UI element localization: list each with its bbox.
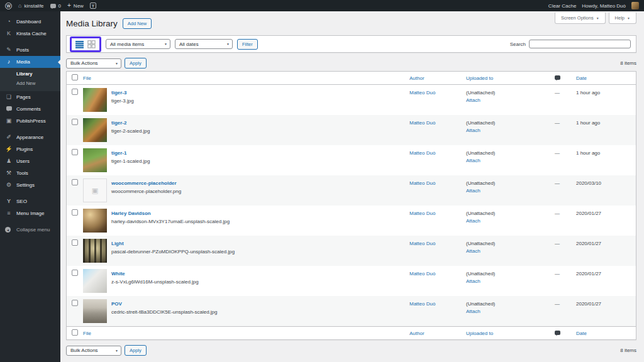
media-thumbnail[interactable] xyxy=(83,148,107,172)
media-title-link[interactable]: tiger-1 xyxy=(111,150,150,156)
filter-button[interactable]: Filter xyxy=(237,39,258,50)
clear-cache-button[interactable]: Clear Cache xyxy=(548,3,576,9)
media-title-link[interactable]: Light xyxy=(111,241,235,246)
collapse-menu-button[interactable]: ◂ Collapse menu xyxy=(0,224,60,236)
author-link[interactable]: Matteo Duò xyxy=(409,120,435,126)
sidebar-item-users[interactable]: ♟ Users xyxy=(0,155,60,167)
row-checkbox[interactable] xyxy=(72,209,78,216)
attach-link[interactable]: Attach xyxy=(466,128,548,133)
comments-menu-item[interactable]: 0 xyxy=(50,3,61,9)
author-link[interactable]: Matteo Duò xyxy=(409,301,435,307)
bulk-actions-dropdown[interactable]: Bulk Actions ▼ xyxy=(66,346,121,356)
media-thumbnail[interactable] xyxy=(83,118,107,142)
column-header-uploaded-to[interactable]: Uploaded to xyxy=(466,75,493,81)
sidebar-item-posts[interactable]: ✎ Posts xyxy=(0,44,60,56)
collapse-menu-label: Collapse menu xyxy=(16,227,50,233)
attach-link[interactable]: Attach xyxy=(466,97,548,103)
grid-view-button[interactable] xyxy=(87,40,96,48)
author-link[interactable]: Matteo Duò xyxy=(409,211,435,216)
media-title-link[interactable]: woocommerce-placeholder xyxy=(111,180,181,186)
tools-icon: ⚒ xyxy=(5,170,13,176)
bulk-actions-value: Bulk Actions xyxy=(70,60,98,66)
sidebar-item-publishpress[interactable]: ▣ PublishPress xyxy=(0,115,60,127)
sidebar-item-dashboard[interactable]: ◔ Dashboard xyxy=(0,16,60,28)
sidebar-item-tools[interactable]: ⚒ Tools xyxy=(0,167,60,179)
media-thumbnail[interactable] xyxy=(83,269,107,293)
select-all-checkbox[interactable] xyxy=(72,329,78,336)
apply-button[interactable]: Apply xyxy=(125,345,147,356)
media-thumbnail[interactable]: ▣ xyxy=(83,178,107,202)
attach-link[interactable]: Attach xyxy=(466,248,548,254)
column-header-author[interactable]: Author xyxy=(409,75,425,81)
author-link[interactable]: Matteo Duò xyxy=(409,180,435,186)
wordpress-logo-icon[interactable]: W xyxy=(5,3,12,9)
submenu-item-add-new[interactable]: Add New xyxy=(0,79,60,88)
sidebar-item-pages[interactable]: ❏ Pages xyxy=(0,91,60,103)
comments-column-icon[interactable] xyxy=(555,75,560,80)
media-title-link[interactable]: POV xyxy=(111,301,218,307)
row-checkbox[interactable] xyxy=(72,149,78,155)
attach-link[interactable]: Attach xyxy=(466,278,548,284)
site-menu-item[interactable]: ⌂ kinstalife xyxy=(18,3,44,9)
column-header-file[interactable]: File xyxy=(83,75,91,81)
media-title-link[interactable]: Harley Davidson xyxy=(111,211,230,216)
sidebar-item-seo[interactable]: Y SEO xyxy=(0,195,60,207)
sidebar-item-comments[interactable]: Comments xyxy=(0,103,60,115)
list-view-button[interactable] xyxy=(75,40,84,48)
view-switch-highlight xyxy=(70,36,101,52)
table-row: tiger-3 tiger-3.jpg Matteo Duò (Unattach… xyxy=(67,85,636,115)
apply-button[interactable]: Apply xyxy=(125,58,147,69)
media-title-link[interactable]: White xyxy=(111,271,199,277)
author-link[interactable]: Matteo Duò xyxy=(409,150,435,156)
unattached-label: (Unattached) xyxy=(466,301,548,307)
row-checkbox[interactable] xyxy=(72,239,78,246)
column-header-file[interactable]: File xyxy=(83,331,91,336)
media-type-dropdown[interactable]: All media items ▼ xyxy=(106,39,170,49)
sidebar-item-media[interactable]: ♪ Media xyxy=(0,56,60,68)
row-checkbox[interactable] xyxy=(72,179,78,185)
column-header-date[interactable]: Date xyxy=(576,331,587,336)
add-new-button[interactable]: Add New xyxy=(123,18,152,29)
comments-column-icon[interactable] xyxy=(555,331,560,335)
media-thumbnail[interactable] xyxy=(83,239,107,263)
bulk-actions-dropdown[interactable]: Bulk Actions ▼ xyxy=(66,58,121,69)
help-button[interactable]: Help ▼ xyxy=(609,13,636,24)
column-header-date[interactable]: Date xyxy=(576,75,587,81)
author-link[interactable]: Matteo Duò xyxy=(409,90,435,96)
row-checkbox[interactable] xyxy=(72,300,78,306)
user-avatar[interactable] xyxy=(631,2,639,9)
column-header-uploaded-to[interactable]: Uploaded to xyxy=(466,331,493,336)
sidebar-item-appearance[interactable]: ✐ Appearance xyxy=(0,131,60,143)
author-link[interactable]: Matteo Duò xyxy=(409,241,435,246)
row-checkbox[interactable] xyxy=(72,270,78,276)
no-comments-dash: — xyxy=(555,241,560,246)
screen-options-button[interactable]: Screen Options ▼ xyxy=(555,13,606,24)
submenu-item-library[interactable]: Library xyxy=(0,69,60,79)
howdy-menu-item[interactable]: Howdy, Matteo Duò xyxy=(582,3,626,9)
row-checkbox[interactable] xyxy=(72,119,78,125)
sidebar-item-plugins[interactable]: ⚡ Plugins xyxy=(0,143,60,155)
attach-link[interactable]: Attach xyxy=(466,218,548,224)
yoast-menu-item[interactable]: Y xyxy=(90,3,96,9)
search-input[interactable] xyxy=(529,40,631,48)
sidebar-item-kinsta-cache[interactable]: K Kinsta Cache xyxy=(0,28,60,40)
attach-link[interactable]: Attach xyxy=(466,309,548,314)
media-thumbnail[interactable] xyxy=(83,209,107,233)
media-title-link[interactable]: tiger-2 xyxy=(111,120,150,126)
admin-sidebar: ◔ Dashboard K Kinsta Cache ✎ Posts ♪ Med… xyxy=(0,11,60,362)
sidebar-item-menu-image[interactable]: ≡ Menu Image xyxy=(0,207,60,219)
media-title-link[interactable]: tiger-3 xyxy=(111,90,134,96)
sidebar-item-settings[interactable]: ⚙ Settings xyxy=(0,179,60,191)
attach-link[interactable]: Attach xyxy=(466,188,548,194)
column-header-author[interactable]: Author xyxy=(409,331,425,336)
attach-link[interactable]: Attach xyxy=(466,158,548,163)
new-menu-item[interactable]: + New xyxy=(67,3,84,9)
date-filter-dropdown[interactable]: All dates ▼ xyxy=(175,39,233,49)
select-all-checkbox[interactable] xyxy=(72,74,78,80)
author-link[interactable]: Matteo Duò xyxy=(409,271,435,277)
site-name: kinstalife xyxy=(24,3,43,9)
media-thumbnail[interactable] xyxy=(83,88,107,112)
media-thumbnail[interactable] xyxy=(83,299,107,323)
row-checkbox[interactable] xyxy=(72,89,78,95)
no-comments-dash: — xyxy=(555,271,560,277)
